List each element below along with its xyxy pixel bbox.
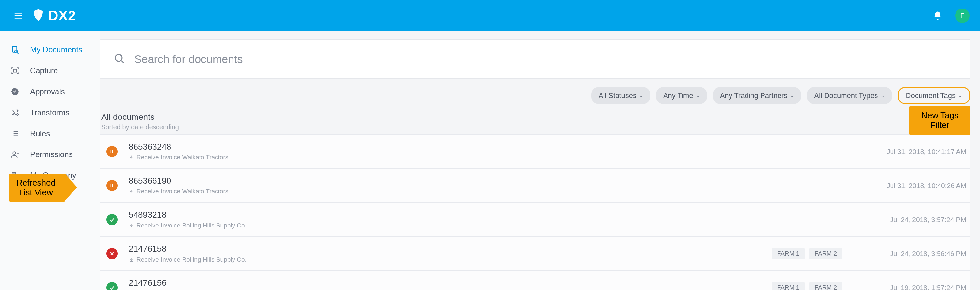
- sidebar-item-label: Transforms: [30, 108, 69, 117]
- user-avatar[interactable]: F: [955, 8, 970, 23]
- tag-chip: FARM 2: [809, 248, 842, 259]
- status-error-icon: [107, 248, 118, 259]
- document-row[interactable]: 21476156Receive Invoice Rolling Hills Su…: [100, 271, 970, 290]
- annotation-refreshed-list-view: Refreshed List View: [9, 174, 65, 202]
- document-id: 865363248: [129, 142, 842, 152]
- notifications-button[interactable]: [928, 11, 947, 21]
- shield-icon: [31, 8, 45, 23]
- sidebar-item-label: Rules: [30, 129, 50, 138]
- document-main: 21476158Receive Invoice Rolling Hills Su…: [129, 244, 772, 263]
- filter-pill[interactable]: Any Time⌄: [656, 87, 707, 104]
- status-success-icon: [107, 282, 118, 290]
- app-header: DX2 F: [0, 0, 980, 31]
- chevron-down-icon: ⌄: [696, 93, 700, 98]
- document-main: 21476156Receive Invoice Rolling Hills Su…: [129, 278, 772, 290]
- document-tags: FARM 1FARM 2: [772, 248, 842, 259]
- chevron-down-icon: ⌄: [790, 93, 794, 98]
- user-minus-icon: [10, 150, 20, 159]
- svg-point-20: [115, 54, 122, 61]
- search-input[interactable]: [134, 53, 957, 66]
- document-id: 21476156: [129, 278, 772, 288]
- filter-pill[interactable]: All Statuses⌄: [592, 87, 650, 104]
- tag-chip: FARM 1: [772, 248, 805, 259]
- document-search-icon: [10, 45, 20, 54]
- chevron-down-icon: ⌄: [881, 93, 885, 98]
- sidebar-item-rules[interactable]: Rules: [0, 123, 100, 144]
- document-id: 865366190: [129, 176, 842, 186]
- document-row[interactable]: 54893218Receive Invoice Rolling Hills Su…: [100, 203, 970, 237]
- download-icon: [129, 155, 134, 160]
- svg-line-21: [121, 61, 124, 63]
- document-row[interactable]: II865363248Receive Invoice Waikato Tract…: [100, 135, 970, 168]
- status-success-icon: [107, 214, 118, 225]
- document-timestamp: Jul 31, 2018, 10:40:26 AM: [862, 182, 966, 189]
- document-timestamp: Jul 31, 2018, 10:41:17 AM: [862, 147, 966, 155]
- document-description: Receive Invoice Rolling Hills Supply Co.: [129, 222, 842, 229]
- document-main: 54893218Receive Invoice Rolling Hills Su…: [129, 210, 842, 229]
- sidebar-item-label: Capture: [30, 66, 58, 75]
- svg-rect-6: [14, 69, 17, 72]
- search-bar[interactable]: [100, 39, 970, 79]
- document-description: Receive Invoice Waikato Tractors: [129, 154, 842, 161]
- sidebar-item-label: Permissions: [30, 150, 73, 159]
- brand-logo[interactable]: DX2: [31, 8, 76, 24]
- download-icon: [129, 189, 134, 194]
- chevron-down-icon: ⌄: [639, 93, 643, 98]
- avatar-initial: F: [960, 12, 964, 20]
- hamburger-icon: [13, 11, 23, 21]
- document-timestamp: Jul 24, 2018, 3:57:24 PM: [862, 216, 966, 224]
- filter-pill[interactable]: Any Trading Partners⌄: [713, 87, 801, 104]
- list-icon: [10, 129, 20, 138]
- filter-row: All Statuses⌄Any Time⌄Any Trading Partne…: [100, 87, 970, 104]
- tag-chip: FARM 2: [809, 282, 842, 290]
- download-icon: [129, 223, 134, 228]
- shuffle-icon: [10, 108, 20, 117]
- sidebar-item-label: Approvals: [30, 87, 65, 96]
- annotation-new-tags-filter: New Tags Filter: [910, 106, 970, 135]
- sidebar-item-my-documents[interactable]: My Documents: [0, 39, 100, 60]
- filter-label: Any Trading Partners: [720, 91, 788, 100]
- seal-icon: [10, 87, 20, 96]
- filter-label: Any Time: [663, 91, 693, 100]
- filter-label: Document Tags: [906, 91, 956, 100]
- sidebar-item-approvals[interactable]: Approvals: [0, 81, 100, 102]
- sidebar: My Documents Capture Approvals Transform…: [0, 31, 100, 290]
- sidebar-item-label: My Documents: [30, 45, 82, 54]
- svg-point-13: [13, 152, 16, 154]
- document-description: Receive Invoice Rolling Hills Supply Co.: [129, 256, 772, 263]
- sidebar-item-capture[interactable]: Capture: [0, 60, 100, 81]
- menu-button[interactable]: [10, 11, 26, 21]
- status-paused-icon: II: [107, 180, 118, 191]
- document-timestamp: Jul 24, 2018, 3:56:46 PM: [862, 250, 966, 258]
- bell-icon: [933, 11, 942, 21]
- list-title: All documents: [101, 112, 970, 122]
- search-icon: [113, 52, 125, 66]
- document-list: II865363248Receive Invoice Waikato Tract…: [100, 134, 970, 290]
- filter-label: All Statuses: [598, 91, 636, 100]
- document-row[interactable]: II865366190Receive Invoice Waikato Tract…: [100, 168, 970, 203]
- document-main: 865366190Receive Invoice Waikato Tractor…: [129, 176, 842, 195]
- list-sort: Sorted by date descending: [101, 123, 970, 131]
- document-tags: FARM 1FARM 2: [772, 282, 842, 290]
- document-id: 21476158: [129, 244, 772, 254]
- tag-chip: FARM 1: [772, 282, 805, 290]
- chevron-down-icon: ⌄: [958, 93, 962, 98]
- list-header: All documents Sorted by date descending: [100, 112, 970, 134]
- status-paused-icon: II: [107, 146, 118, 157]
- download-icon: [129, 257, 134, 262]
- filter-pill[interactable]: All Document Types⌄: [807, 87, 891, 104]
- document-id: 54893218: [129, 210, 842, 220]
- svg-line-5: [17, 53, 19, 54]
- brand-text: DX2: [48, 8, 76, 24]
- document-main: 865363248Receive Invoice Waikato Tractor…: [129, 142, 842, 161]
- document-description: Receive Invoice Waikato Tractors: [129, 188, 842, 195]
- document-timestamp: Jul 19, 2018, 1:57:24 PM: [862, 284, 966, 290]
- main-content: All Statuses⌄Any Time⌄Any Trading Partne…: [100, 31, 980, 290]
- document-row[interactable]: 21476158Receive Invoice Rolling Hills Su…: [100, 237, 970, 271]
- filter-pill[interactable]: Document Tags⌄: [898, 87, 970, 104]
- scan-icon: [10, 66, 20, 75]
- filter-label: All Document Types: [814, 91, 878, 100]
- sidebar-item-permissions[interactable]: Permissions: [0, 144, 100, 165]
- sidebar-item-transforms[interactable]: Transforms: [0, 102, 100, 123]
